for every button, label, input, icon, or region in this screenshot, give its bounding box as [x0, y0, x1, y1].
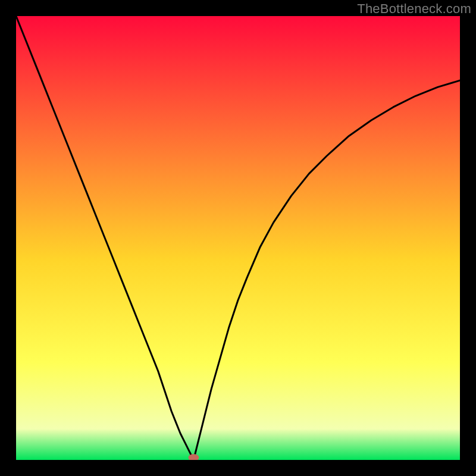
gradient-background: [16, 16, 460, 460]
plot-area: [16, 16, 460, 460]
watermark-text: TheBottleneck.com: [357, 1, 471, 17]
chart-svg: [16, 16, 460, 460]
chart-frame: TheBottleneck.com: [0, 0, 476, 476]
